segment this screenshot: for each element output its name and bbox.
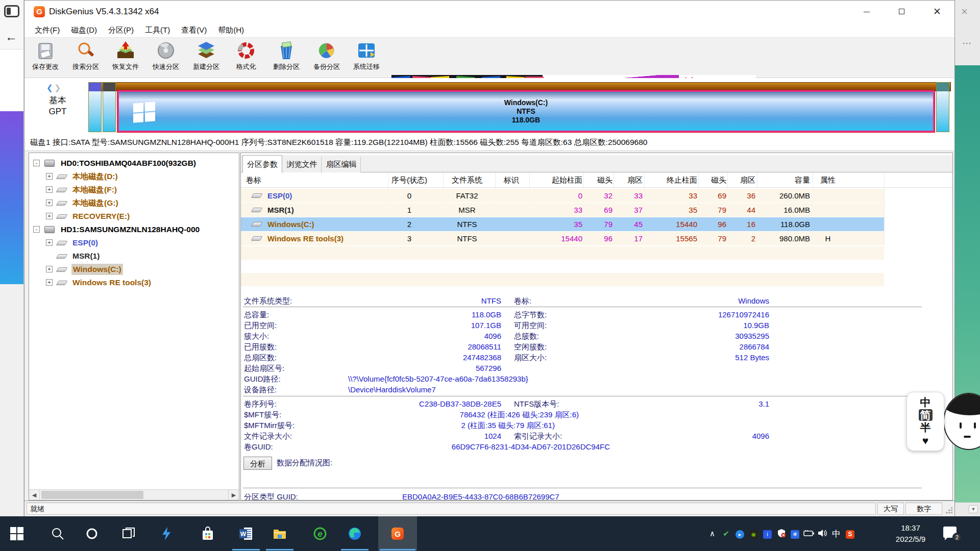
tray-device-icon[interactable]: ✔ (719, 529, 733, 538)
menu-disk[interactable]: 磁盘(D) (66, 24, 102, 37)
taskbar-app-word[interactable]: W (231, 516, 261, 551)
taskbar-search-button[interactable] (43, 516, 72, 551)
running-indicator (380, 549, 415, 550)
search-partition-button[interactable]: 搜索分区 (67, 40, 105, 77)
recover-files-button[interactable]: 恢复文件 (107, 40, 144, 77)
maximize-button[interactable] (890, 1, 913, 23)
new-partition-button[interactable]: 新建分区 (187, 40, 225, 77)
tree-toggle-icon[interactable]: + (46, 266, 53, 272)
table-row-windows-c-selected[interactable]: Windows(C:) 2 NTFS 35 79 45 15440 96 16 … (241, 217, 884, 231)
table-row-msr[interactable]: MSR(1) 1 MSR 33 69 37 35 79 44 16.0MB (241, 203, 884, 217)
detail-row: 已用簇数:28068511 空闲簇数:2866784 (241, 341, 952, 352)
tab-sector-edit[interactable]: 扇区编辑 (322, 157, 361, 172)
taskbar-app-ie[interactable]: e (305, 516, 335, 551)
sidebar-tab-icon[interactable] (4, 5, 19, 17)
cortana-button[interactable] (77, 516, 107, 551)
tree-item-label: RECOVERY(E:) (72, 211, 130, 222)
tray-bird-icon[interactable]: ▸ (733, 529, 747, 539)
bg-more-icon[interactable]: ⋯ (962, 38, 972, 49)
detail-row: GUID路径:\\?\Volume{fcf0fc5b-5207-47ce-a60… (241, 373, 952, 384)
scroll-right-icon[interactable]: ▶ (228, 490, 239, 500)
tree-toggle-icon[interactable]: + (46, 173, 53, 180)
tree-horizontal-scrollbar[interactable]: ◀ ▶ (29, 489, 239, 500)
bg-scroll-down-icon[interactable]: ▼ (969, 505, 978, 513)
partition-bar-esp[interactable] (88, 82, 102, 132)
minimize-button[interactable] (855, 1, 878, 23)
tray-expand-icon[interactable]: ∧ (705, 529, 719, 538)
close-button[interactable]: ✕ (925, 1, 949, 23)
menu-file[interactable]: 文件(F) (30, 24, 64, 37)
scroll-left-icon[interactable]: ◀ (29, 490, 40, 500)
search-icon (51, 527, 65, 541)
mascot-mouth (964, 436, 971, 438)
tray-nvidia-icon[interactable]: ◉ (747, 529, 761, 539)
tray-security-shield-icon[interactable] (774, 529, 788, 539)
taskbar-app-diskgenius-active[interactable]: G (378, 516, 417, 551)
col-attributes[interactable]: 属性 (815, 172, 841, 188)
taskbar-app-explorer[interactable] (265, 516, 295, 551)
tree-toggle-icon[interactable]: + (46, 279, 53, 286)
tree-toggle-icon[interactable]: - (33, 160, 40, 166)
quick-partition-button[interactable]: 快速分区 (147, 40, 185, 77)
col-flag[interactable]: 标识 (496, 172, 527, 188)
pinned-app-thunder[interactable] (152, 516, 181, 551)
pinned-app-store[interactable] (193, 516, 223, 551)
taskbar-app-edge[interactable] (340, 516, 370, 551)
partition-bar-re-tools[interactable] (936, 82, 949, 132)
tray-sogou-icon[interactable]: S (843, 529, 857, 539)
bg-close-icon[interactable]: × (961, 5, 968, 18)
table-row-esp[interactable]: ESP(0) 0 FAT32 0 32 33 33 69 36 260.0MB (241, 189, 884, 203)
col-start-head[interactable]: 磁头 (584, 172, 612, 188)
tree-toggle-icon[interactable]: + (46, 213, 53, 219)
hdd-icon (44, 160, 55, 167)
tray-battery-icon[interactable] (802, 530, 816, 538)
format-button[interactable]: 格式化 (227, 40, 265, 77)
analyze-button[interactable]: 分析 (243, 457, 272, 470)
table-row-windows-re[interactable]: Windows RE tools(3) 3 NTFS 15440 96 17 1… (241, 232, 884, 245)
scrollbar-thumb[interactable] (41, 491, 143, 499)
windows-start-icon (10, 527, 24, 541)
tray-volume-icon[interactable] (816, 529, 829, 539)
save-changes-button[interactable]: 保存更改 (27, 40, 64, 77)
tree-toggle-icon[interactable]: + (46, 186, 53, 193)
menu-help[interactable]: 帮助(H) (213, 24, 249, 37)
col-start-cylinder[interactable]: 起始柱面 (531, 172, 582, 188)
tree-item-label: Windows(C:) (71, 264, 123, 275)
tray-snowflake-icon[interactable]: ❄ (788, 529, 802, 539)
partition-icon (56, 201, 68, 206)
partition-bar-windows-c[interactable]: Windows(C:) NTFS 118.0GB (117, 90, 935, 132)
menu-partition[interactable]: 分区(P) (104, 24, 138, 37)
tab-partition-params[interactable]: 分区参数 (242, 155, 282, 172)
tab-browse-files[interactable]: 浏览文件 (283, 157, 322, 172)
heart-icon: ♥ (922, 434, 928, 447)
tray-intel-icon[interactable]: i (761, 529, 774, 539)
delete-partition-button[interactable]: 删除分区 (267, 40, 305, 77)
menu-view[interactable]: 查看(V) (177, 24, 211, 37)
resize-grip[interactable] (945, 507, 952, 514)
menu-tools[interactable]: 工具(T) (140, 24, 175, 37)
start-button[interactable] (2, 516, 32, 551)
tree-toggle-icon[interactable]: - (33, 226, 40, 233)
col-capacity[interactable]: 容量 (759, 172, 810, 188)
col-index-status[interactable]: 序号(状态) (389, 172, 430, 188)
task-view-button[interactable] (114, 516, 143, 551)
col-end-head[interactable]: 磁头 (699, 172, 726, 188)
taskbar-clock[interactable]: 18:37 2022/5/9 (886, 522, 935, 545)
col-volume-label[interactable]: 卷标 (246, 172, 384, 188)
action-center-button[interactable]: 2 (943, 527, 959, 540)
col-end-cylinder[interactable]: 终止柱面 (646, 172, 697, 188)
system-migrate-button[interactable]: 系统迁移 (348, 40, 385, 77)
partition-bar-msr[interactable] (103, 82, 116, 132)
back-arrow-icon[interactable]: ← (5, 30, 17, 44)
tree-toggle-icon[interactable]: + (46, 239, 53, 246)
col-start-sector[interactable]: 扇区 (615, 172, 643, 188)
backup-partition-button[interactable]: 备份分区 (308, 40, 346, 77)
folder-icon (273, 527, 287, 541)
tree-toggle-icon[interactable]: + (46, 199, 53, 206)
ime-lang-mode: 中 (920, 396, 931, 409)
ime-status-widget[interactable]: 中 简 半 ♥ (906, 392, 944, 451)
tray-ime-mode[interactable]: 中 (829, 528, 843, 540)
disk-nav-arrows[interactable]: ❮❯ (46, 83, 62, 92)
col-end-sector[interactable]: 扇区 (728, 172, 755, 188)
col-filesystem[interactable]: 文件系统 (444, 172, 490, 188)
